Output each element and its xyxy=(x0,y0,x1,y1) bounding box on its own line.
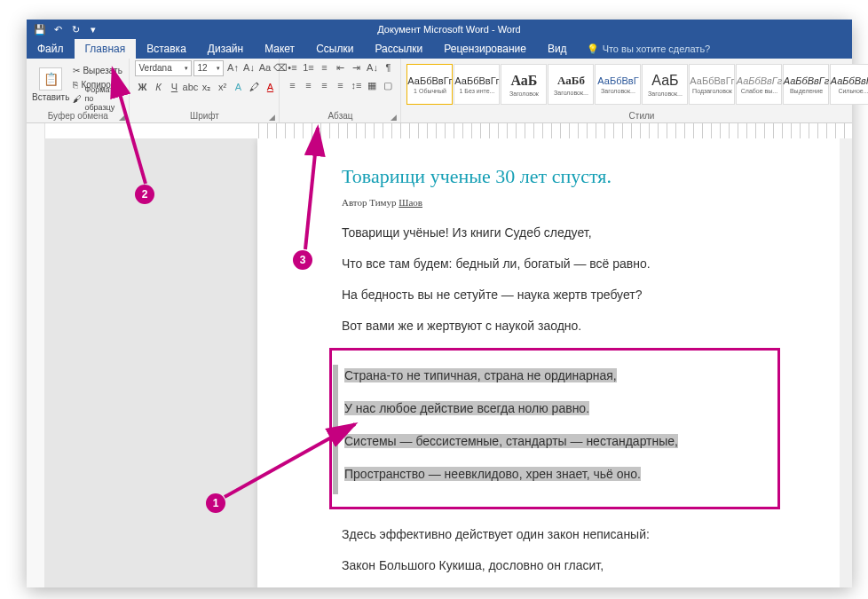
tab-layout[interactable]: Макет xyxy=(254,39,305,59)
strike-icon[interactable]: abc xyxy=(183,80,197,94)
tab-file[interactable]: Файл xyxy=(27,39,75,59)
format-painter-button[interactable]: 🖌 Формат по образцу xyxy=(73,92,123,106)
tab-mailings[interactable]: Рассылки xyxy=(364,39,433,59)
text-line: Здесь эффективно действует один закон не… xyxy=(342,525,768,544)
numbering-icon[interactable]: 1≡ xyxy=(301,60,315,75)
styles-group-label: Стили◢ xyxy=(401,110,868,122)
text-line: Страна-то не типичная, страна не ординар… xyxy=(344,366,765,385)
text-line: Вот вами же и жертвуют с наукой заодно. xyxy=(342,317,768,335)
font-shrink-icon[interactable]: A↓ xyxy=(241,60,256,75)
redo-icon[interactable]: ↻ xyxy=(69,23,82,35)
tab-bar: Файл Главная Вставка Дизайн Макет Ссылки… xyxy=(27,39,852,59)
text-line: Закон Большого Кукиша, дословно он гласи… xyxy=(342,556,768,575)
vertical-scrollbar[interactable] xyxy=(840,138,852,587)
tab-insert[interactable]: Вставка xyxy=(136,39,197,59)
font-group-label: Шрифт◢ xyxy=(130,110,279,122)
tell-me-input[interactable]: 💡 Что вы хотите сделать? xyxy=(578,39,720,59)
font-color-icon[interactable]: A xyxy=(263,80,277,94)
style-subtitle[interactable]: АаБбВвГгПодзаголовок xyxy=(689,64,735,105)
outdent-icon[interactable]: ⇤ xyxy=(333,60,347,75)
multilevel-icon[interactable]: ≡ xyxy=(317,60,331,75)
justify-icon[interactable]: ≡ xyxy=(333,78,347,92)
change-case-icon[interactable]: Aa xyxy=(257,60,272,75)
clipboard-group-label: Буфер обмена◢ xyxy=(27,110,129,122)
selected-block: Страна-то не типичная, страна не ординар… xyxy=(329,348,780,509)
doc-title: Товарищи ученые 30 лет спустя. xyxy=(342,165,768,188)
titlebar: 💾 ↶ ↻ ▾ Документ Microsoft Word - Word xyxy=(27,20,852,39)
annotation-1: 1 xyxy=(206,493,225,513)
tab-home[interactable]: Главная xyxy=(75,39,137,59)
text-line: На бедность вы не сетуйте — наука жертв … xyxy=(342,286,768,304)
font-grow-icon[interactable]: A↑ xyxy=(225,60,240,75)
paste-button[interactable]: 📋 Вставить xyxy=(32,67,69,102)
app-title: Документ Microsoft Word - Word xyxy=(99,24,799,35)
tab-design[interactable]: Дизайн xyxy=(197,39,254,59)
selection-marker xyxy=(333,365,338,494)
style-nospace[interactable]: АаБбВвГг1 Без инте... xyxy=(454,64,500,105)
bullets-icon[interactable]: •≡ xyxy=(285,60,299,75)
style-heading1[interactable]: АаБЗаголовок xyxy=(501,64,547,105)
styles-gallery[interactable]: АаБбВвГг1 Обычный АаБбВвГг1 Без инте... … xyxy=(406,64,868,105)
sort-icon[interactable]: A↓ xyxy=(365,60,379,75)
style-normal[interactable]: АаБбВвГг1 Обычный xyxy=(406,64,453,105)
paragraph-group-label: Абзац◢ xyxy=(280,110,400,122)
show-marks-icon[interactable]: ¶ xyxy=(381,60,395,75)
doc-author: Автор Тимур Шаов xyxy=(342,197,768,208)
style-title[interactable]: АаБЗаголовок... xyxy=(642,64,688,105)
qat-more-icon[interactable]: ▾ xyxy=(87,23,99,35)
text-line: Пространство — неевклидово, хрен знает, … xyxy=(344,465,765,484)
line-spacing-icon[interactable]: ↕≡ xyxy=(349,78,363,92)
font-name-dropdown[interactable]: Verdana▾ xyxy=(135,60,192,76)
text-line: Системы — бессистемные, стандарты — нест… xyxy=(344,432,765,451)
launcher-icon[interactable]: ◢ xyxy=(119,111,125,123)
align-center-icon[interactable]: ≡ xyxy=(301,78,315,92)
document-page[interactable]: Товарищи ученые 30 лет спустя. Автор Тим… xyxy=(257,138,843,587)
style-subtle[interactable]: АаБбВвГгСлабое вы... xyxy=(736,64,782,105)
text-effects-icon[interactable]: A xyxy=(231,80,245,94)
tab-review[interactable]: Рецензирование xyxy=(433,39,537,59)
style-strong[interactable]: АаБбВвГгСильное... xyxy=(830,64,868,105)
italic-icon[interactable]: К xyxy=(151,80,165,94)
tab-view[interactable]: Вид xyxy=(537,39,578,59)
superscript-icon[interactable]: x² xyxy=(215,80,229,94)
style-emphasis[interactable]: АаБбВвГгВыделение xyxy=(783,64,829,105)
vertical-ruler[interactable] xyxy=(27,138,44,587)
shading-icon[interactable]: ▦ xyxy=(365,78,379,92)
cut-button[interactable]: ✂ Вырезать xyxy=(73,64,123,77)
font-size-dropdown[interactable]: 12▾ xyxy=(193,60,224,76)
style-heading3[interactable]: АаБбВвГЗаголовок... xyxy=(595,64,641,105)
undo-icon[interactable]: ↶ xyxy=(51,23,64,35)
launcher-icon[interactable]: ◢ xyxy=(269,111,275,123)
annotation-2: 2 xyxy=(135,185,154,204)
launcher-icon[interactable]: ◢ xyxy=(391,111,397,123)
subscript-icon[interactable]: x₂ xyxy=(199,80,213,94)
save-icon[interactable]: 💾 xyxy=(34,23,46,35)
borders-icon[interactable]: ▢ xyxy=(381,78,395,92)
style-heading2[interactable]: АаБбЗаголовок... xyxy=(548,64,594,105)
clipboard-icon: 📋 xyxy=(39,67,62,91)
align-left-icon[interactable]: ≡ xyxy=(285,78,299,92)
indent-icon[interactable]: ⇥ xyxy=(349,60,363,75)
ribbon: 📋 Вставить ✂ Вырезать ⎘ Копировать 🖌 Фор… xyxy=(27,59,852,123)
align-right-icon[interactable]: ≡ xyxy=(317,78,331,92)
annotation-3: 3 xyxy=(293,250,312,270)
bold-icon[interactable]: Ж xyxy=(135,80,149,94)
text-line: У нас любое действие всегда нолю равно. xyxy=(344,399,765,418)
highlight-icon[interactable]: 🖍 xyxy=(247,80,261,94)
text-line: Что все там будем: бедный ли, богатый — … xyxy=(342,255,768,273)
underline-icon[interactable]: Ч xyxy=(167,80,181,94)
tab-references[interactable]: Ссылки xyxy=(305,39,364,59)
text-line: Товарищи учёные! Из книги Судеб следует, xyxy=(342,224,768,242)
